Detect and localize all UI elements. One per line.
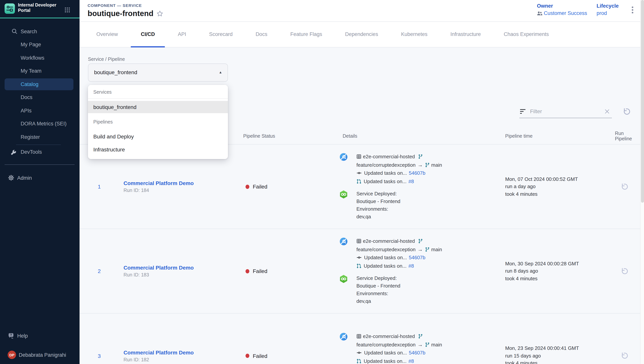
pipeline-name-link[interactable]: Commercial Platform Demo: [124, 349, 240, 356]
sidebar-item-search[interactable]: Search: [0, 25, 80, 38]
git-branch-icon: [425, 247, 430, 252]
pipeline-name-link[interactable]: Commercial Platform Demo: [124, 180, 240, 186]
tab-infrastructure[interactable]: Infrastructure: [440, 22, 491, 47]
branch-from[interactable]: feature/corruptedexception: [356, 162, 416, 168]
owner-meta: Owner Customer Success: [537, 3, 587, 16]
pr-message: Updated tasks on...: [364, 358, 406, 364]
git-branch-icon: [418, 154, 423, 159]
apps-grid-icon[interactable]: [64, 7, 70, 13]
menu-option-infrastructure[interactable]: Infrastructure: [88, 144, 228, 156]
tab-dependencies[interactable]: Dependencies: [335, 22, 388, 47]
sidebar-item-catalog[interactable]: Catalog: [0, 78, 80, 91]
chevron-up-icon: ▲: [219, 70, 222, 74]
tab-api[interactable]: API: [168, 22, 196, 47]
favorite-star-icon[interactable]: [156, 10, 163, 17]
owner-label: Owner: [537, 3, 587, 9]
brand-title: Internal Developer Portal: [18, 3, 58, 13]
table-row: 2 Commercial Platform Demo Run ID: 183 F…: [80, 229, 640, 314]
tab-chaos-experiments[interactable]: Chaos Experiments: [494, 22, 559, 47]
sidebar-item-apis[interactable]: APIs: [0, 104, 80, 117]
clear-filter-icon[interactable]: [604, 109, 610, 114]
repo-name[interactable]: e2e-commercial-hosted: [363, 334, 415, 339]
branch-to[interactable]: main: [431, 342, 442, 348]
status-label: Failed: [253, 268, 267, 274]
refresh-icon[interactable]: [622, 108, 630, 116]
tab-kubernetes[interactable]: Kubernetes: [391, 22, 437, 47]
sidebar-item-help[interactable]: ? Help: [0, 329, 80, 342]
pipeline-time: Mon, 23 Sep 2024 00:00:41 GMT run 15 day…: [505, 345, 615, 364]
branch-to[interactable]: main: [431, 162, 442, 168]
status-label: Failed: [253, 353, 267, 359]
select-value: boutique_frontend: [94, 69, 137, 75]
branch-to[interactable]: main: [431, 246, 442, 252]
commit-link[interactable]: 54607b: [409, 350, 426, 356]
menu-option-build-and-deploy[interactable]: Build and Deploy: [88, 130, 228, 142]
tab-feature-flags[interactable]: Feature Flags: [280, 22, 332, 47]
menu-option-boutique-frontend[interactable]: boutique_frontend: [88, 101, 228, 113]
brand: Internal Developer Portal: [0, 0, 80, 18]
pull-request-icon: [356, 359, 362, 364]
rerun-pipeline-icon[interactable]: [620, 352, 628, 360]
pipeline-time: Mon, 30 Sep 2024 00:00:28 GMT run 8 days…: [505, 260, 615, 282]
rerun-pipeline-icon[interactable]: [620, 182, 628, 190]
cicd-content: Service / Pipeline boutique_frontend ▲ S…: [80, 48, 640, 364]
sidebar-item-dora-metrics[interactable]: DORA Metrics (SEI): [0, 117, 80, 130]
sidebar-item-my-page[interactable]: My Page: [0, 38, 80, 51]
repo-name[interactable]: e2e-commercial-hosted: [363, 154, 415, 160]
sidebar-item-devtools[interactable]: DevTools: [0, 146, 80, 158]
page-header: COMPONENT — SERVICE boutique-frontend Ow…: [80, 0, 640, 22]
details-cell: e2e-commercial-hosted feature/corruptede…: [338, 152, 505, 220]
sidebar-item-workflows[interactable]: Workflows: [0, 51, 80, 64]
git-branch-icon: [425, 342, 430, 347]
arrow-right: →: [418, 342, 423, 348]
deploy-label: Service Deployed:: [356, 274, 400, 282]
internal-developer-portal: Internal Developer Portal Search: [0, 0, 644, 364]
tab-scorecard[interactable]: Scorecard: [199, 22, 243, 47]
menu-group-pipelines: Pipelines: [88, 113, 228, 128]
scrollbar-thumb[interactable]: [641, 0, 644, 203]
table-row: 3 Commercial Platform Demo Run ID: 182 F…: [80, 314, 640, 364]
wrench-icon: [10, 149, 16, 155]
service-pipeline-select[interactable]: boutique_frontend ▲: [88, 64, 228, 82]
sidebar-item-my-team[interactable]: My Team: [0, 64, 80, 78]
service-pipeline-label: Service / Pipeline: [88, 56, 125, 62]
git-branch-icon: [418, 334, 423, 339]
branch-from[interactable]: feature/corruptedexception: [356, 246, 416, 252]
owner-link[interactable]: Customer Success: [544, 10, 587, 16]
row-index-link[interactable]: 2: [88, 268, 111, 274]
tab-overview[interactable]: Overview: [86, 22, 128, 47]
run-id: Run ID: 182: [124, 357, 240, 362]
sidebar-item-admin[interactable]: Admin: [0, 171, 80, 184]
branch-from[interactable]: feature/corruptedexception: [356, 342, 416, 348]
sidebar-item-register[interactable]: Register: [0, 130, 80, 144]
details-cell: e2e-commercial-hosted feature/corruptede…: [338, 237, 505, 305]
env-label: Environments:: [356, 205, 400, 213]
filter-input[interactable]: [529, 108, 604, 115]
col-run-pipeline: RunPipeline: [615, 130, 632, 141]
pr-link[interactable]: #8: [408, 263, 414, 269]
commit-link[interactable]: 54607b: [409, 255, 426, 260]
menu-group-services: Services: [88, 85, 228, 99]
env-value: dev,qa: [356, 213, 400, 220]
pipeline-name-link[interactable]: Commercial Platform Demo: [124, 264, 240, 271]
row-index-link[interactable]: 3: [88, 353, 111, 359]
lifecycle-value: prod: [596, 10, 619, 16]
tab-cicd[interactable]: CI/CD: [131, 22, 165, 47]
details-cell: e2e-commercial-hosted feature/corruptede…: [338, 332, 505, 364]
commit-message: Updated tasks on...: [364, 170, 407, 176]
pr-link[interactable]: #8: [408, 178, 414, 184]
commit-link[interactable]: 54607b: [409, 170, 426, 176]
status-label: Failed: [253, 184, 267, 190]
pr-link[interactable]: #8: [408, 358, 414, 364]
sidebar-user[interactable]: DP Debabrata Panigrahi: [0, 348, 80, 361]
arrow-right: →: [418, 162, 423, 168]
repo-name[interactable]: e2e-commercial-hosted: [363, 238, 415, 244]
sidebar-item-docs[interactable]: Docs: [0, 91, 80, 104]
rerun-pipeline-icon[interactable]: [620, 267, 628, 275]
brand-divider: [0, 18, 80, 18]
more-options-kebab-icon[interactable]: [630, 5, 636, 15]
tab-docs[interactable]: Docs: [246, 22, 278, 47]
breadcrumb: COMPONENT — SERVICE: [88, 3, 142, 8]
pipeline-status: Failed: [240, 268, 338, 274]
row-index-link[interactable]: 1: [88, 184, 111, 190]
